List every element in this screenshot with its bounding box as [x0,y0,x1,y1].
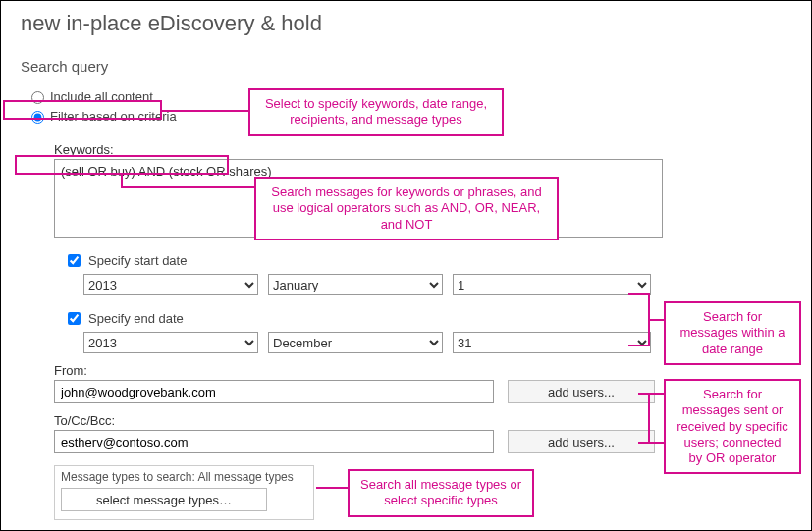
end-month-select[interactable]: December [268,332,443,353]
end-date-label: Specify end date [88,311,184,326]
connector-users-v [648,393,650,444]
to-add-users-button[interactable]: add users... [508,430,655,453]
radio-filter-label: Filter based on criteria [50,109,177,124]
from-add-users-button[interactable]: add users... [508,380,655,403]
connector-users-1b [638,393,650,395]
connector-users-2 [650,442,664,444]
radio-filter-input[interactable] [31,111,44,124]
keywords-value: (sell OR buy) AND (stock OR shares) [61,164,272,179]
start-date-label: Specify start date [88,253,187,268]
callout-types: Search all message types or select speci… [348,469,534,517]
radio-include-all-input[interactable] [31,91,44,104]
callout-dates: Search for messages within a date range [664,301,801,365]
to-input[interactable] [54,430,494,453]
end-date-checkbox[interactable] [68,312,81,325]
section-title: Search query [1,36,811,75]
start-date-row: 2013 January 1 [83,274,791,295]
start-day-select[interactable]: 1 [453,274,651,295]
keywords-label: Keywords: [54,142,791,157]
radio-include-all-label: Include all content [50,89,153,104]
connector-keywords-h [121,186,254,188]
connector-types [316,487,348,489]
connector-users-2b [638,442,650,444]
end-year-select[interactable]: 2013 [83,332,258,353]
connector-users-1 [650,393,664,395]
select-message-types-button[interactable]: select message types… [61,488,267,511]
from-input[interactable] [54,380,494,403]
callout-users: Search for messages sent or received by … [664,379,801,474]
connector-filter [162,110,248,112]
connector-dates-2 [628,345,650,346]
start-date-checkbox[interactable] [68,254,81,267]
end-day-select[interactable]: 31 [453,332,651,353]
connector-dates-1 [628,293,650,295]
connector-dates-out [650,319,664,321]
callout-filter: Select to specify keywords, date range, … [248,88,504,136]
message-types-label: Message types to search: All message typ… [61,470,307,484]
start-year-select[interactable]: 2013 [83,274,258,295]
start-month-select[interactable]: January [268,274,443,295]
specify-start-date[interactable]: Specify start date [64,251,791,270]
from-label: From: [54,363,791,378]
callout-keywords: Search messages for keywords or phrases,… [254,177,559,240]
message-types-block: Message types to search: All message typ… [54,465,314,520]
page-title: new in-place eDiscovery & hold [1,1,811,36]
